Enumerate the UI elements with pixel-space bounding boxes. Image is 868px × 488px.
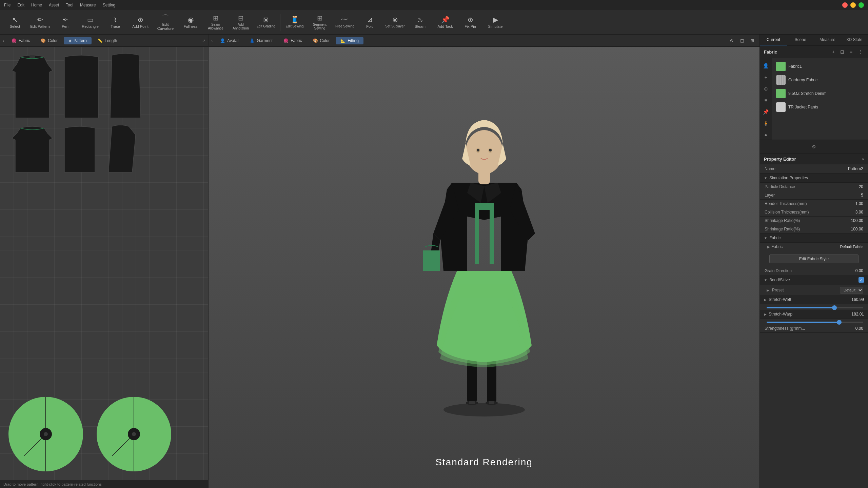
fabric-item-stretch-denim[interactable]: 9.5OZ Stretch Denim	[773, 87, 867, 100]
minimize-button[interactable]	[850, 2, 856, 8]
sim-props-arrow-icon: ▼	[764, 176, 767, 180]
stretch-weft-slider-track[interactable]	[767, 307, 863, 308]
layer-value[interactable]: 5	[861, 193, 863, 198]
set-sublayer-tool[interactable]: ⊗ Set Sublayer	[383, 11, 407, 34]
fabric-grid-view-button[interactable]: ⊟	[839, 48, 846, 55]
side-avatar-icon[interactable]: 👤	[761, 61, 771, 70]
fullness-tool[interactable]: ◉ Fullness	[178, 11, 203, 34]
pattern-piece-1[interactable]	[10, 54, 54, 121]
menu-tool[interactable]: Tool	[66, 3, 73, 7]
center-collapse-left[interactable]: ‹	[211, 38, 213, 43]
tab-length[interactable]: 📏 Length	[93, 37, 122, 44]
menu-setting[interactable]: Setting	[103, 3, 115, 7]
rectangle-tool[interactable]: ▭ Rectangle	[78, 11, 102, 34]
add-fabric-button[interactable]: +	[831, 48, 836, 55]
tab-current[interactable]: Current	[760, 35, 787, 45]
simulate-tool[interactable]: ▶ Simulate	[483, 11, 508, 34]
shrinkage-ratio-x-value[interactable]: 100.00	[851, 218, 863, 223]
fabric-item-tr-jacket[interactable]: TR Jacket Pants	[773, 100, 867, 114]
edit-grading-tool[interactable]: ⊠ Edit Grading	[254, 11, 278, 34]
select-tool[interactable]: ↖ Select	[3, 11, 27, 34]
add-point-tool[interactable]: ⊕ Add Point	[128, 11, 153, 34]
menu-home[interactable]: Home	[31, 3, 42, 7]
add-tack-tool[interactable]: 📌 Add Tack	[433, 11, 457, 34]
tab-color-3d[interactable]: 🎨 Color	[308, 37, 335, 44]
particle-distance-value[interactable]: 20	[859, 184, 863, 189]
side-dot-icon[interactable]: ●	[761, 130, 771, 140]
fabric-item-corduroy[interactable]: Corduroy Fabric	[773, 73, 867, 87]
fabric-subsection[interactable]: ▼ Fabric	[760, 233, 868, 243]
menu-file[interactable]: File	[4, 3, 11, 7]
expand-icon[interactable]: ↗	[202, 38, 205, 43]
circle-pattern-2[interactable]	[95, 395, 173, 473]
view-wireframe-btn[interactable]: ◫	[737, 37, 747, 44]
stretch-warp-arrow-icon: ▶	[764, 312, 767, 316]
pattern-piece-4[interactable]	[10, 125, 54, 176]
edit-pattern-tool[interactable]: ✏ Edit Pattern	[28, 11, 52, 34]
edit-fabric-style-button[interactable]: Edit Fabric Style	[769, 255, 859, 263]
strengthness-value[interactable]: 0.00	[855, 326, 863, 331]
trace-tool[interactable]: ⌇ Trace	[103, 11, 127, 34]
fabric-list-view-button[interactable]: ≡	[848, 48, 854, 55]
property-editor-header[interactable]: Property Editor »	[760, 154, 868, 164]
fabric-item-fabric1[interactable]: Fabric1	[773, 60, 867, 73]
tab-garment[interactable]: 👗 Garment	[245, 37, 277, 44]
side-pin-icon[interactable]: 📌	[761, 107, 771, 117]
side-link-icon[interactable]: ⊕	[761, 84, 771, 94]
close-button[interactable]	[842, 2, 848, 8]
grain-direction-label: Grain Direction	[765, 268, 855, 273]
tab-pattern[interactable]: ◈ Pattern	[64, 37, 92, 44]
tab-color[interactable]: 🎨 Color	[36, 37, 62, 44]
grain-direction-value[interactable]: 0.00	[855, 268, 863, 273]
view-mode-btn[interactable]: ⊞	[748, 37, 757, 44]
view-render-btn[interactable]: ⊙	[727, 37, 736, 44]
bond-skive-left: ▼ Bond/Skive	[764, 278, 790, 282]
stretch-warp-slider-thumb[interactable]	[837, 320, 842, 325]
shrinkage-ratio-y-value[interactable]: 100.00	[851, 227, 863, 231]
add-annotation-tool[interactable]: ⊟ Add Annotation	[229, 11, 253, 34]
fold-tool[interactable]: ⊿ Fold	[358, 11, 382, 34]
side-avatar2-icon[interactable]: 🧍	[761, 119, 771, 128]
side-layers-icon[interactable]: ≡	[761, 96, 771, 105]
seam-allowance-tool[interactable]: ⊞ Seam Allowance	[203, 11, 228, 34]
stretch-weft-slider-thumb[interactable]	[832, 305, 837, 310]
tab-measure[interactable]: Measure	[814, 35, 841, 45]
tab-fabric[interactable]: 🧶 Fabric	[7, 37, 35, 44]
stretch-warp-slider-track[interactable]	[767, 322, 863, 323]
maximize-button[interactable]	[859, 2, 864, 8]
stretch-warp-section[interactable]: ▶ Stretch-Warp 182.01	[760, 310, 868, 319]
tab-fitting[interactable]: 📐 Fitting	[336, 37, 363, 44]
segment-sewing-tool[interactable]: ⊞ Segment Sewing	[308, 11, 332, 34]
collision-thickness-value[interactable]: 3.00	[855, 210, 863, 215]
steam-tool[interactable]: ♨ Steam	[408, 11, 432, 34]
pattern-piece-6[interactable]	[105, 125, 139, 176]
circle-pattern-1[interactable]	[7, 395, 85, 473]
menu-measure[interactable]: Measure	[80, 3, 96, 7]
menu-asset[interactable]: Asset	[49, 3, 59, 7]
stretch-weft-section[interactable]: ▶ Stretch-Weft 160.99	[760, 295, 868, 304]
fix-pin-tool[interactable]: ⊕ Fix Pin	[458, 11, 482, 34]
pattern-workspace[interactable]	[0, 47, 208, 480]
edit-curvature-tool[interactable]: ⌒ Edit Curvature	[153, 11, 178, 34]
tab-3d-state[interactable]: 3D State	[841, 35, 868, 45]
pen-tool[interactable]: ✒ Pen	[53, 11, 77, 34]
tab-scene[interactable]: Scene	[787, 35, 814, 45]
fabric-options-button[interactable]: ⋮	[856, 48, 864, 55]
tab-fabric-3d[interactable]: 🧶 Fabric	[279, 37, 307, 44]
pattern-piece-3[interactable]	[108, 54, 142, 121]
tab-avatar[interactable]: 👤 Avatar	[215, 37, 243, 44]
edit-sewing-tool[interactable]: 🧵 Edit Sewing	[282, 11, 307, 34]
render-thickness-value[interactable]: 1.00	[855, 201, 863, 206]
settings-icon[interactable]: ⚙	[809, 142, 819, 151]
bond-skive-section[interactable]: ▼ Bond/Skive ✓	[760, 275, 868, 285]
bond-skive-toggle-button[interactable]: ✓	[859, 277, 864, 283]
pattern-piece-5[interactable]	[61, 125, 98, 176]
side-add-icon[interactable]: +	[761, 73, 771, 82]
3d-viewport[interactable]: Standard Rendering	[209, 47, 760, 488]
pattern-piece-2[interactable]	[61, 54, 102, 121]
free-sewing-tool[interactable]: 〰 Free Sewing	[333, 11, 357, 34]
preset-select[interactable]: Default	[840, 287, 863, 293]
chevron-left-icon[interactable]: ‹	[3, 38, 4, 43]
simulation-properties-section[interactable]: ▼ Simulation Properties	[760, 174, 868, 183]
menu-edit[interactable]: Edit	[17, 3, 24, 7]
